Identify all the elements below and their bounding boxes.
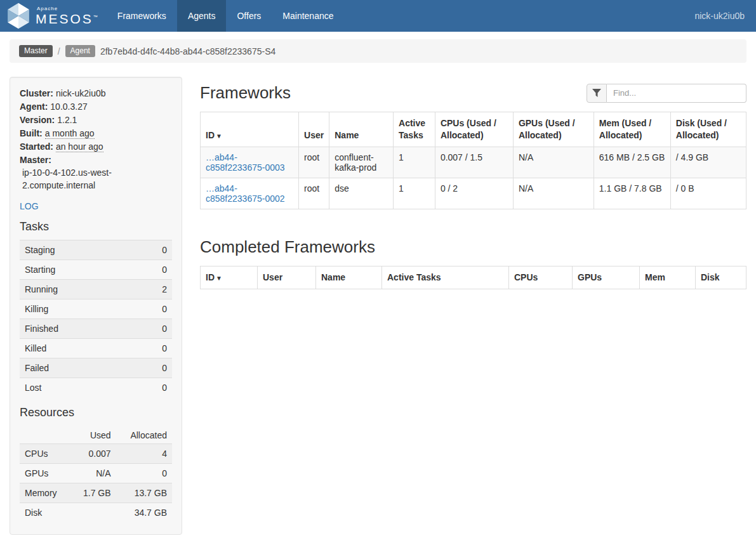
col-disk[interactable]: Disk bbox=[696, 266, 746, 289]
task-row: Killed0 bbox=[20, 339, 172, 358]
nav-offers[interactable]: Offers bbox=[226, 0, 272, 32]
completed-header-row: ID▼ User Name Active Tasks CPUs GPUs Mem… bbox=[201, 266, 746, 289]
frameworks-table: ID▼ User Name Active Tasks CPUs (Used / … bbox=[200, 112, 746, 209]
master-info: Master: ip-10-0-4-102.us-west-2.compute.… bbox=[20, 154, 172, 192]
task-label: Lost bbox=[20, 378, 133, 398]
cell-disk: / 4.9 GB bbox=[670, 147, 746, 178]
nav-frameworks[interactable]: Frameworks bbox=[107, 0, 177, 32]
resource-label: GPUs bbox=[20, 464, 70, 483]
mesos-logo-icon bbox=[6, 3, 30, 29]
find-input[interactable] bbox=[607, 84, 746, 103]
col-mem[interactable]: Mem bbox=[640, 266, 696, 289]
cell-user: root bbox=[299, 147, 329, 178]
col-id[interactable]: ID▼ bbox=[201, 266, 258, 289]
col-gpus[interactable]: GPUs bbox=[573, 266, 640, 289]
resource-used bbox=[70, 503, 116, 523]
version-info: Version:1.2.1 bbox=[20, 114, 172, 126]
cell-id: …ab44-c858f2233675-0003 bbox=[201, 147, 299, 178]
col-id-label: ID bbox=[206, 130, 215, 140]
brand-link[interactable]: Apache MESOS™ bbox=[5, 0, 107, 32]
agent-info: Agent:10.0.3.27 bbox=[20, 100, 172, 113]
sort-desc-icon: ▼ bbox=[216, 275, 222, 282]
main-nav: Frameworks Agents Offers Maintenance bbox=[107, 0, 345, 32]
resources-header-row: Used Allocated bbox=[20, 426, 172, 444]
breadcrumb-separator: / bbox=[58, 46, 60, 56]
resource-label: Disk bbox=[20, 503, 70, 523]
col-cpus[interactable]: CPUs bbox=[509, 266, 573, 289]
task-row: Starting0 bbox=[20, 260, 172, 280]
cell-mem: 1.1 GB / 7.8 GB bbox=[594, 178, 670, 209]
resource-row: CPUs0.0074 bbox=[20, 444, 172, 464]
task-label: Starting bbox=[20, 260, 133, 280]
col-user[interactable]: User bbox=[258, 266, 316, 289]
col-user[interactable]: User bbox=[299, 112, 329, 147]
brand-mesos-label: MESOS™ bbox=[36, 12, 98, 25]
task-label: Killed bbox=[20, 339, 133, 358]
frameworks-heading: Frameworks bbox=[200, 83, 291, 103]
resources-table: Used Allocated CPUs0.0074 GPUsN/A0 Memor… bbox=[20, 426, 172, 522]
task-count: 0 bbox=[133, 339, 172, 358]
resources-heading: Resources bbox=[20, 406, 172, 419]
page-body: Cluster:nick-uk2iu0b Agent:10.0.3.27 Ver… bbox=[0, 77, 756, 535]
col-gpus[interactable]: GPUs (Used / Allocated) bbox=[513, 112, 594, 147]
filter-button[interactable] bbox=[587, 84, 607, 103]
framework-row: …ab44-c858f2233675-0003 root confluent-k… bbox=[201, 147, 746, 178]
framework-id-link[interactable]: …ab44-c858f2233675-0002 bbox=[206, 183, 285, 204]
master-badge[interactable]: Master bbox=[19, 45, 53, 57]
col-id[interactable]: ID▼ bbox=[201, 112, 299, 147]
trademark-symbol: ™ bbox=[93, 15, 98, 19]
task-row: Finished0 bbox=[20, 319, 172, 339]
task-row: Failed0 bbox=[20, 358, 172, 378]
frameworks-section-head: Frameworks bbox=[200, 83, 746, 103]
built-info-value: a month ago bbox=[45, 128, 95, 139]
col-cpus[interactable]: CPUs (Used / Allocated) bbox=[435, 112, 513, 147]
agent-id: 2fb7eb4d-d4fc-44b8-ab44-c858f2233675-S4 bbox=[100, 46, 275, 56]
resource-label: Memory bbox=[20, 483, 70, 503]
frameworks-header-row: ID▼ User Name Active Tasks CPUs (Used / … bbox=[201, 112, 746, 147]
agent-sidebar: Cluster:nick-uk2iu0b Agent:10.0.3.27 Ver… bbox=[10, 77, 182, 535]
brand-text: Apache MESOS™ bbox=[36, 6, 98, 25]
agent-badge: Agent bbox=[65, 45, 95, 57]
task-label: Finished bbox=[20, 319, 133, 339]
col-active-tasks[interactable]: Active Tasks bbox=[394, 112, 435, 147]
col-active-tasks[interactable]: Active Tasks bbox=[382, 266, 509, 289]
cluster-info-value: nick-uk2iu0b bbox=[56, 88, 106, 98]
resource-label: CPUs bbox=[20, 444, 70, 464]
navbar-cluster-name: nick-uk2iu0b bbox=[683, 0, 756, 32]
master-info-value: ip-10-0-4-102.us-west-2.compute.internal bbox=[20, 166, 172, 192]
cell-active-tasks: 1 bbox=[394, 147, 435, 178]
col-disk[interactable]: Disk (Used / Allocated) bbox=[670, 112, 746, 147]
task-count: 0 bbox=[133, 378, 172, 398]
resources-allocated-header: Allocated bbox=[116, 426, 172, 444]
resource-row: GPUsN/A0 bbox=[20, 464, 172, 483]
resource-row: Disk34.7 GB bbox=[20, 503, 172, 523]
brand-apache-label: Apache bbox=[37, 6, 98, 11]
funnel-icon bbox=[592, 89, 601, 97]
task-count: 2 bbox=[133, 280, 172, 299]
framework-id-link[interactable]: …ab44-c858f2233675-0003 bbox=[206, 152, 285, 173]
frameworks-search bbox=[587, 84, 746, 103]
cell-id: …ab44-c858f2233675-0002 bbox=[201, 178, 299, 209]
tasks-heading: Tasks bbox=[20, 220, 172, 233]
log-link[interactable]: LOG bbox=[20, 201, 39, 211]
main-content: Frameworks ID▼ User Name Active Tasks CP… bbox=[200, 77, 746, 289]
task-row: Running2 bbox=[20, 280, 172, 299]
master-info-label: Master: bbox=[20, 155, 51, 165]
resource-allocated: 4 bbox=[116, 444, 172, 464]
nav-agents[interactable]: Agents bbox=[177, 0, 227, 32]
started-info-label: Started: bbox=[20, 141, 53, 152]
cluster-info-label: Cluster: bbox=[20, 88, 53, 98]
resource-allocated: 0 bbox=[116, 464, 172, 483]
cell-gpus: N/A bbox=[513, 178, 594, 209]
resources-empty-header bbox=[20, 426, 70, 444]
started-info: Started:an hour ago bbox=[20, 140, 172, 153]
resource-allocated: 34.7 GB bbox=[116, 503, 172, 523]
col-mem[interactable]: Mem (Used / Allocated) bbox=[594, 112, 670, 147]
task-row: Lost0 bbox=[20, 378, 172, 398]
nav-maintenance[interactable]: Maintenance bbox=[272, 0, 344, 32]
col-name[interactable]: Name bbox=[329, 112, 394, 147]
col-name[interactable]: Name bbox=[316, 266, 382, 289]
task-row: Killing0 bbox=[20, 299, 172, 319]
cell-active-tasks: 1 bbox=[394, 178, 435, 209]
cell-cpus: 0.007 / 1.5 bbox=[435, 147, 513, 178]
